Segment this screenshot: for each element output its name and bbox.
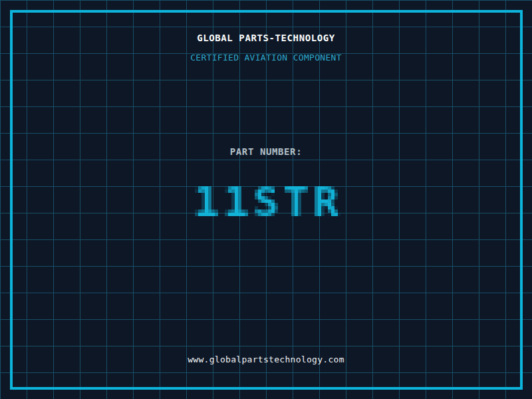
certification-line: CERTIFIED AVIATION COMPONENT xyxy=(0,53,532,62)
part-number-label: PART NUMBER: xyxy=(0,147,532,156)
part-number-value xyxy=(192,173,341,233)
website-url: www.globalpartstechnology.com xyxy=(0,355,532,364)
company-name: GLOBAL PARTS-TECHNOLOGY xyxy=(0,33,532,43)
part-label-plate: GLOBAL PARTS-TECHNOLOGY CERTIFIED AVIATI… xyxy=(0,0,532,399)
